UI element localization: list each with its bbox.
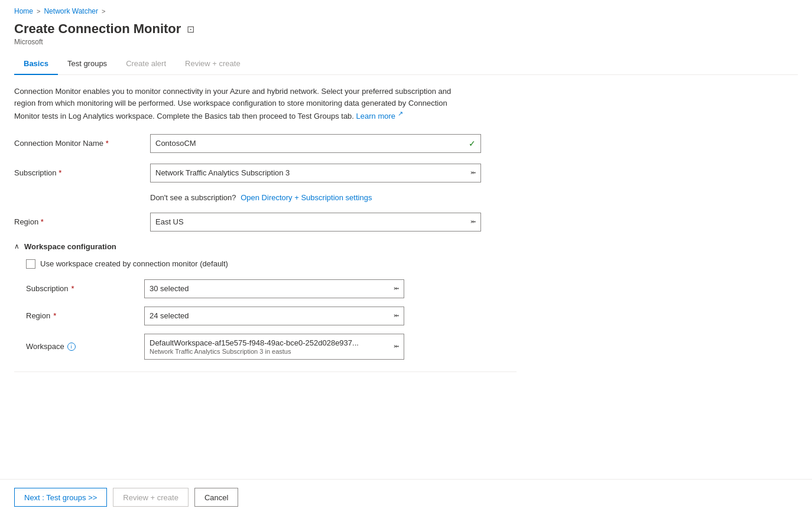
page-title: Create Connection Monitor [14, 21, 181, 37]
required-star-sub: * [59, 168, 61, 177]
breadcrumb-network-watcher[interactable]: Network Watcher [44, 7, 98, 15]
workspace-dropdown[interactable]: DefaultWorkspace-af15e575-f948-49ac-bce0… [144, 334, 404, 360]
subscription-hint: Don't see a subscription? Open Directory… [150, 193, 517, 202]
review-create-button: Review + create [113, 488, 189, 507]
page-description: Connection Monitor enables you to monito… [14, 86, 463, 122]
workspace-region-row: Region * 24 selected ⤔ [26, 307, 517, 325]
workspace-inner-form: Subscription * 30 selected ⤔ Region [26, 279, 517, 360]
breadcrumb-sep2: > [102, 8, 105, 15]
tab-review-create: Review + create [176, 54, 250, 75]
breadcrumb-sep1: > [37, 8, 40, 15]
subscription-label: Subscription * [14, 168, 150, 177]
workspace-checkbox[interactable] [26, 259, 35, 269]
workspace-field-row: Workspace i DefaultWorkspace-af15e575-f9… [26, 334, 517, 360]
workspace-section: ∧ Workspace configuration Use workspace … [14, 242, 517, 360]
subscription-dropdown[interactable]: Network Traffic Analytics Subscription 3… [150, 164, 481, 182]
tab-basics[interactable]: Basics [14, 54, 58, 75]
breadcrumb-home[interactable]: Home [14, 7, 33, 15]
subscription-row: Subscription * Network Traffic Analytics… [14, 164, 517, 182]
workspace-field-label: Workspace i [26, 342, 144, 351]
region-wrap: East US ⤔ [150, 213, 481, 232]
workspace-region-dropdown[interactable]: 24 selected ⤔ [144, 307, 404, 325]
workspace-subscription-chevron: ⤔ [394, 285, 399, 292]
workspace-dropdown-chevron: ⤔ [394, 343, 399, 350]
region-label: Region * [14, 217, 150, 226]
learn-more-link[interactable]: Learn more ↗ [356, 112, 403, 120]
region-row: Region * East US ⤔ [14, 213, 517, 232]
footer: Next : Test groups >> Review + create Ca… [0, 479, 812, 515]
workspace-checkbox-row: Use workspace created by connection moni… [26, 259, 517, 269]
workspace-section-label: Workspace configuration [24, 242, 116, 251]
tab-create-alert: Create alert [116, 54, 176, 75]
subscription-chevron: ⤔ [470, 169, 476, 177]
valid-checkmark: ✓ [469, 139, 476, 148]
workspace-region-wrap: 24 selected ⤔ [144, 307, 404, 325]
tab-test-groups[interactable]: Test groups [58, 54, 116, 75]
workspace-main-text: DefaultWorkspace-af15e575-f948-49ac-bce0… [150, 338, 394, 347]
page-title-row: Create Connection Monitor ⊡ [14, 21, 798, 37]
open-directory-link[interactable]: Open Directory + Subscription settings [241, 193, 372, 202]
workspace-dropdown-content: DefaultWorkspace-af15e575-f948-49ac-bce0… [150, 338, 394, 355]
workspace-subscription-wrap: 30 selected ⤔ [144, 279, 404, 298]
connection-monitor-name-label: Connection Monitor Name * [14, 139, 150, 148]
workspace-subscription-label: Subscription * [26, 284, 144, 293]
page-icon[interactable]: ⊡ [187, 24, 194, 35]
workspace-checkbox-label: Use workspace created by connection moni… [40, 259, 228, 268]
page-subtitle: Microsoft [14, 38, 798, 46]
region-chevron: ⤔ [470, 218, 476, 226]
form-section: Connection Monitor Name * ContosoCM ✓ Su… [14, 134, 517, 372]
workspace-region-label: Region * [26, 311, 144, 320]
subscription-wrap: Network Traffic Analytics Subscription 3… [150, 164, 481, 182]
connection-monitor-name-wrap: ContosoCM ✓ [150, 134, 481, 153]
connection-monitor-name-row: Connection Monitor Name * ContosoCM ✓ [14, 134, 517, 153]
workspace-region-chevron: ⤔ [394, 312, 399, 320]
workspace-subscription-dropdown[interactable]: 30 selected ⤔ [144, 279, 404, 298]
tab-bar: Basics Test groups Create alert Review +… [14, 54, 798, 75]
workspace-subscription-row: Subscription * 30 selected ⤔ [26, 279, 517, 298]
collapse-icon: ∧ [14, 242, 20, 250]
cancel-button[interactable]: Cancel [194, 488, 238, 507]
workspace-sub-text: Network Traffic Analytics Subscription 3… [150, 348, 394, 355]
workspace-section-header[interactable]: ∧ Workspace configuration [14, 242, 517, 251]
section-divider [14, 371, 517, 372]
next-button[interactable]: Next : Test groups >> [14, 488, 107, 507]
region-dropdown[interactable]: East US ⤔ [150, 213, 481, 232]
connection-monitor-name-input[interactable]: ContosoCM ✓ [150, 134, 481, 153]
workspace-field-wrap: DefaultWorkspace-af15e575-f948-49ac-bce0… [144, 334, 404, 360]
breadcrumb: Home > Network Watcher > [14, 7, 798, 15]
required-star: * [106, 139, 109, 148]
workspace-info-icon[interactable]: i [67, 343, 76, 351]
required-star-region: * [41, 217, 44, 226]
